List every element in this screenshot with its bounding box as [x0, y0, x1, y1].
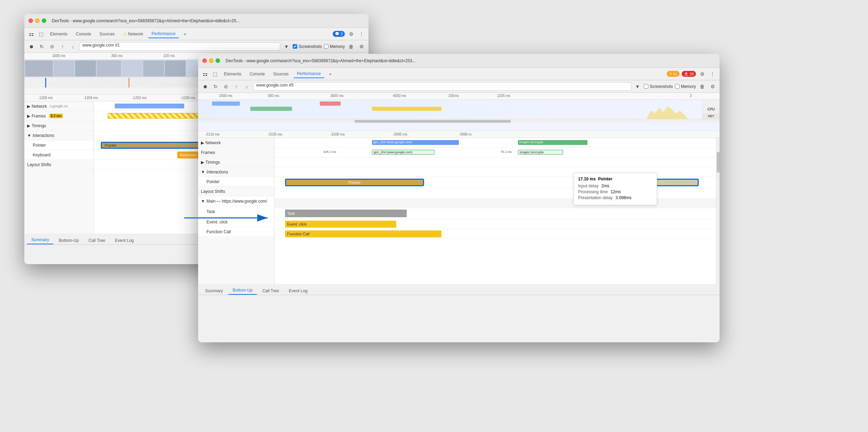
bottom-tab-eventlog-1[interactable]: Event Log [111, 237, 138, 244]
track-label-eventclick: Event: click [198, 217, 274, 227]
close-button-2[interactable] [202, 58, 207, 63]
bottom-tab-summary-2[interactable]: Summary [201, 287, 227, 295]
inspect-icon-2[interactable]: ⬚ [211, 70, 219, 78]
expand-main-2[interactable]: ▼ [201, 199, 205, 204]
reload-btn-1[interactable]: ↻ [38, 42, 46, 51]
task-track-2: Task [275, 208, 720, 219]
dropdown-btn-2[interactable]: ▼ [633, 82, 642, 91]
track-label-network-2: ▶ Network [198, 138, 274, 148]
memory-check-2[interactable]: Memory [675, 84, 696, 89]
tab-sources-2[interactable]: Sources [270, 70, 292, 78]
maximize-button-2[interactable] [216, 58, 220, 63]
memory-check-1[interactable]: Memory [324, 44, 345, 49]
ruler-300-2: 300 ms [268, 94, 279, 98]
minimize-button-1[interactable] [35, 18, 40, 23]
ruler-neg1206: -1206 ms [38, 96, 53, 100]
devtools-icon-1[interactable]: ⚏ [27, 30, 35, 38]
import-btn-1[interactable]: ↓ [69, 42, 77, 51]
frames-ms-75: 75.1 ms [501, 150, 512, 154]
ruler-2-2: 2 [690, 94, 692, 98]
titlebar-1: DevTools - www.google.com/search?sca_esv… [24, 14, 368, 28]
expand-interactions-2[interactable]: ▼ [201, 170, 205, 174]
track-label-frames-1: ▶ Frames 8.3 ms [24, 111, 94, 121]
reload-btn-2[interactable]: ↻ [211, 82, 220, 91]
track-labels-1: ▶ Network n.google.co ▶ Frames 8.3 ms ▶ … [24, 101, 94, 234]
bottom-tab-bottomup-1[interactable]: Bottom-Up [55, 237, 83, 244]
more-btn-2[interactable]: ⋮ [708, 70, 717, 78]
address-bar-1: ⏺ ↻ ⊘ ↑ ↓ www.google.com #1 ▼ Screenshot… [24, 40, 368, 53]
track-label-task: Task [198, 206, 274, 217]
minimize-button-2[interactable] [209, 58, 213, 63]
tab-bar-1: ⚏ ⬚ Elements Console Sources ⚠ Network P… [24, 28, 368, 40]
tab-console-1[interactable]: Console [72, 30, 95, 38]
frames-ms-428: 428.1 ms [323, 150, 336, 154]
ruler-4000-2: 4000 ms [393, 94, 406, 98]
expand-network-2[interactable]: ▶ [201, 140, 204, 145]
bottom-tab-calltree-2[interactable]: Call Tree [258, 287, 283, 295]
track-label-timings-1: ▶ Timings [24, 121, 94, 131]
ruler-neg1202: -1202 ms [132, 96, 147, 100]
scrollbar-right-2[interactable] [716, 138, 720, 284]
expand-frames-1[interactable]: ▶ [27, 114, 30, 119]
ruler-mark-1000: 1000 ms [52, 54, 65, 58]
tab-elements-2[interactable]: Elements [220, 70, 245, 78]
badge-chat-1: 💬 3 [333, 31, 345, 37]
screenshots-check-2[interactable]: Screenshots [644, 84, 673, 89]
track-label-pointer-1: Pointer [24, 140, 94, 150]
export-btn-1[interactable]: ↑ [58, 42, 67, 51]
bottom-tab-bottomup-2[interactable]: Bottom-Up [228, 286, 257, 295]
ruler-row-2-2: -3110 ms -3105 ms -3100 ms -3095 ms -309… [198, 131, 720, 138]
tracks-area-2: ▶ Network Frames ▶ Timings ▼ Interaction… [198, 138, 720, 284]
maximize-button-1[interactable] [42, 18, 46, 23]
screenshots-check-1[interactable]: Screenshots [293, 44, 322, 49]
badge-error-2: 🚨 29 [682, 71, 696, 77]
eventclick-track-2: Event: click [275, 219, 720, 229]
dropdown-btn-1[interactable]: ▼ [282, 42, 291, 51]
trash-btn-1[interactable]: 🗑 [347, 42, 355, 51]
bottom-tab-eventlog-2[interactable]: Event Log [285, 287, 312, 295]
functioncall-bar: Function Call [285, 230, 441, 237]
more-btn-1[interactable]: ⋮ [357, 30, 366, 38]
tab-console-2[interactable]: Console [246, 70, 268, 78]
expand-network-1[interactable]: ▶ [27, 104, 30, 109]
bottom-tab-calltree-1[interactable]: Call Tree [84, 237, 109, 244]
trash-btn-2[interactable]: 🗑 [698, 82, 706, 91]
capture-btn-1[interactable]: ⚙ [357, 42, 366, 51]
tab-performance-1[interactable]: Performance [148, 30, 179, 38]
tab-network-1[interactable]: ⚠ Network [120, 30, 147, 38]
record-btn-2[interactable]: ⏺ [201, 82, 209, 91]
record-btn-1[interactable]: ⏺ [27, 42, 35, 51]
capture-settings-btn-2[interactable]: ⚙ [708, 82, 717, 91]
clear-btn-1[interactable]: ⊘ [48, 42, 56, 51]
devtools-icon-2[interactable]: ⚏ [201, 70, 209, 78]
frames-gen-bar: gen_204 (www.google.com) [372, 150, 435, 155]
expand-timings-1[interactable]: ▶ [27, 123, 30, 128]
track-label-layoutshifts-1: Layout Shifts [24, 160, 94, 170]
expand-interactions-1[interactable]: ▼ [27, 133, 31, 138]
task-bar: Task [285, 210, 407, 217]
net-label-2: NET [702, 113, 720, 119]
clear-btn-2[interactable]: ⊘ [222, 82, 230, 91]
address-input-1[interactable]: www.google.com #1 [79, 42, 280, 51]
tab-elements-1[interactable]: Elements [47, 30, 71, 38]
tab-more-1[interactable]: » [180, 30, 190, 38]
track-label-interactions-1: ▼ Interactions [24, 131, 94, 140]
bottom-tab-summary-1[interactable]: Summary [27, 236, 53, 244]
ruler-neg3090: -3090 m [459, 132, 472, 136]
close-button-1[interactable] [29, 18, 33, 23]
ruler-3000-2: 3000 ms [330, 94, 343, 98]
inspect-icon-1[interactable]: ⬚ [37, 30, 45, 38]
tab-sources-1[interactable]: Sources [96, 30, 118, 38]
scrollbar-thumb-2[interactable] [717, 152, 720, 173]
settings-btn-2[interactable]: ⚙ [698, 70, 706, 78]
export-btn-2[interactable]: ↑ [232, 82, 241, 91]
settings-btn-1[interactable]: ⚙ [347, 30, 355, 38]
address-input-2[interactable]: www.google.com #5 [253, 82, 631, 91]
expand-timings-2[interactable]: ▶ [201, 160, 204, 165]
tab-more-2[interactable]: » [326, 70, 335, 78]
ruler-neg1200: -1200 ms [181, 96, 195, 100]
tab-performance-2[interactable]: Performance [293, 70, 324, 78]
network-track-2: gen_204 (www.google.com) images (encrypt… [275, 138, 720, 148]
track-label-frames-2: Frames [198, 148, 274, 157]
import-btn-2[interactable]: ↓ [243, 82, 251, 91]
